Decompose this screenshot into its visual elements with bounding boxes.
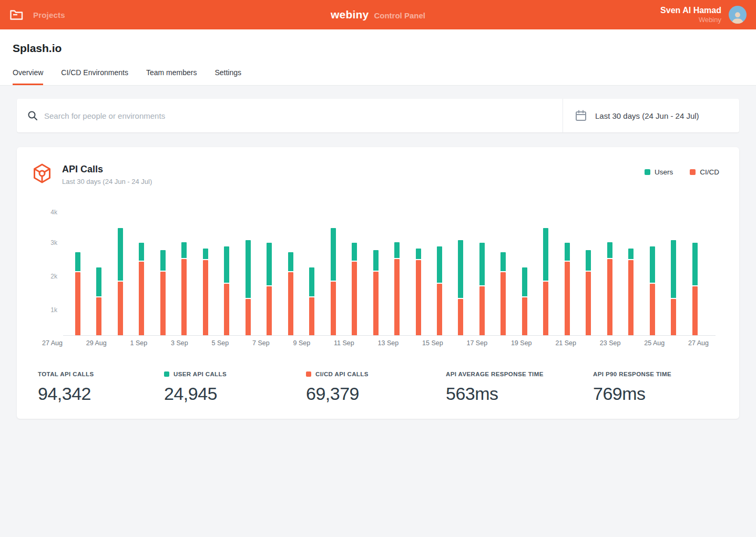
x-axis-tick: 29 Aug [86,339,107,347]
user-organization: Webiny [660,16,721,24]
stacked-bar [607,242,612,335]
bar-segment-users [479,243,485,285]
bar-segment-users [288,252,293,271]
bar-segment-cicd [394,259,400,335]
legend-label: CI/CD [700,168,719,176]
bar-segment-users [224,246,229,283]
calendar-icon [575,110,587,121]
bar-segment-users [628,249,634,259]
bar-segment-users [650,246,655,283]
bar-segment-users [309,267,314,296]
legend-item-users[interactable]: Users [645,168,673,176]
bar-segment-users [352,243,357,261]
stacked-bar [586,250,591,335]
bar-segment-users [373,250,379,271]
api-calls-hexagon-icon [32,163,53,184]
stat-value: 69,379 [306,384,446,404]
stacked-bar [500,252,506,335]
search-input[interactable] [44,111,563,120]
bar-segment-cicd [565,262,570,335]
bar-segment-users [607,242,612,258]
bar-segment-cicd [75,272,80,335]
bar-segment-users [267,243,272,285]
stat-label: USER API CALLS [173,371,227,377]
tab-ci-cd-environments[interactable]: CI/CD Environments [61,68,128,85]
stat-label: API P90 RESPONSE TIME [593,371,671,377]
stat-total-api-calls: TOTAL API CALLS94,342 [38,371,164,404]
bar-segment-cicd [352,262,357,335]
bar-segment-cicd [181,259,187,335]
bar-segment-users [522,267,527,296]
legend-item-ci-cd[interactable]: CI/CD [690,168,719,176]
user-name: Sven Al Hamad [660,5,721,16]
stat-ci-cd-api-calls: CI/CD API CALLS69,379 [306,371,446,404]
bar-segment-users [671,240,676,298]
stacked-bar [160,250,166,335]
bar-segment-cicd [224,284,229,335]
card-title: API Calls [62,163,152,175]
chart-bars [63,212,716,335]
y-axis-tick: 2k [50,273,57,280]
projects-folder-icon[interactable] [9,8,24,21]
avatar[interactable] [729,6,747,24]
search-bar [17,99,563,132]
bar-segment-cicd [203,260,208,335]
bar-segment-cicd [543,282,548,335]
x-axis-tick: 11 Sep [334,339,354,347]
tab-settings[interactable]: Settings [214,68,241,85]
stacked-bar [267,243,272,335]
bar-segment-users [96,267,101,296]
bar-segment-users [394,242,400,258]
stacked-bar [543,228,548,335]
bar-segment-cicd [500,272,506,335]
api-calls-chart: 4k3k2k1k 27 Aug29 Aug1 Sep3 Sep5 Sep7 Se… [17,212,739,347]
stacked-bar [437,246,442,335]
bar-segment-users [331,228,336,281]
x-axis-tick: 5 Sep [212,339,229,347]
bar-segment-cicd [96,297,101,335]
stat-user-api-calls: USER API CALLS24,945 [164,371,306,404]
bar-segment-users [416,249,421,259]
stat-value: 94,342 [38,384,164,404]
bar-segment-users [692,243,698,285]
x-axis-tick: 27 Aug [42,339,63,347]
y-axis-tick: 4k [50,209,57,216]
legend-label: Users [655,168,673,176]
stacked-bar [373,250,379,335]
bar-segment-cicd [416,260,421,335]
projects-nav-label[interactable]: Projects [33,11,65,19]
bar-segment-cicd [160,272,166,335]
chart-legend: UsersCI/CD [645,163,719,176]
stacked-bar [309,267,314,335]
bar-segment-users [203,249,208,259]
stats-row: TOTAL API CALLS94,342USER API CALLS24,94… [38,371,739,404]
stacked-bar [203,249,208,335]
chart-x-axis: 27 Aug29 Aug1 Sep3 Sep5 Sep7 Sep9 Sep11 … [42,339,709,347]
stacked-bar [394,242,400,335]
bar-segment-cicd [288,272,293,335]
stacked-bar [118,228,123,335]
tab-team-members[interactable]: Team members [146,68,197,85]
stacked-bar [671,240,676,335]
legend-swatch [645,169,650,175]
date-range-picker[interactable]: Last 30 days (24 Jun - 24 Jul) [563,99,739,132]
bar-segment-cicd [522,297,527,335]
stat-color-dot [164,371,169,377]
x-axis-tick: 17 Sep [466,339,487,347]
stacked-bar [181,242,187,335]
bar-segment-users [75,252,80,271]
bar-segment-cicd [692,286,698,335]
date-range-label: Last 30 days (24 Jun - 24 Jul) [595,111,699,120]
stacked-bar [628,249,634,335]
tab-overview[interactable]: Overview [13,68,43,85]
bar-segment-cicd [607,259,612,335]
stacked-bar [458,240,463,335]
x-axis-tick: 9 Sep [293,339,311,347]
bar-segment-users [139,243,144,261]
stacked-bar [96,267,101,335]
stacked-bar [479,243,485,335]
tab-bar: OverviewCI/CD EnvironmentsTeam membersSe… [13,68,756,85]
bar-segment-users [246,240,251,298]
stat-value: 769ms [593,384,671,404]
bar-segment-cicd [671,299,676,335]
